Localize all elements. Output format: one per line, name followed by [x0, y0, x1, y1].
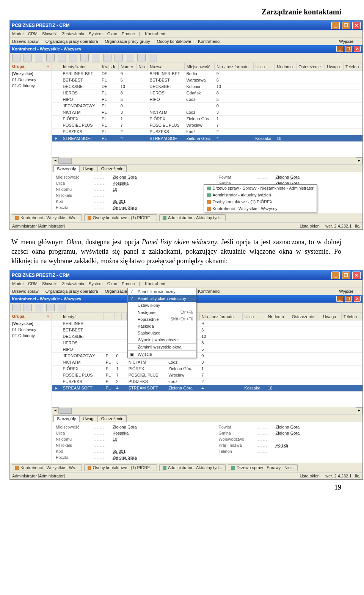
table-row[interactable]: HIPOPL5HIPOŁódź5 [52, 96, 362, 103]
menubar-item[interactable]: CRM [28, 281, 38, 286]
detail-tab[interactable]: Ostrzeżenie [98, 165, 127, 172]
table-row[interactable]: HEROSPL8HEROSGdańsk8 [52, 90, 362, 96]
menubar-item[interactable]: Zestawienia [62, 31, 84, 36]
toolbar-icon[interactable] [149, 54, 157, 61]
menu-item[interactable]: NastępneCtrl+F6 [128, 309, 196, 316]
child-close-button[interactable]: ✕ [354, 296, 361, 302]
toolbar-icon[interactable] [12, 304, 20, 311]
group-item[interactable]: [Wszystkie] [10, 71, 52, 77]
toolbar-link[interactable]: Kontrahenci [198, 39, 220, 44]
group-item[interactable]: 01-Dostawcy [10, 77, 52, 83]
column-header[interactable] [122, 313, 127, 320]
menubar-item[interactable]: Pomoc [122, 31, 135, 36]
menu-item[interactable]: ✓Panel ikon widoczny [128, 288, 196, 295]
minimize-button[interactable]: _ [331, 272, 340, 279]
popup-item[interactable]: Osoby kontaktowe - (1) PIÓREX [204, 198, 317, 205]
toolbar-link[interactable]: Organizacja pracy grupy [105, 39, 150, 44]
close-button[interactable]: ✕ [352, 272, 361, 279]
menubar-item[interactable]: Pomoc [122, 281, 135, 286]
table-row[interactable]: NICI ATMPL3NICI ATMŁódź3 [52, 109, 362, 116]
scroll-left-icon[interactable]: ◄ [52, 407, 59, 414]
column-header[interactable]: Ostrzeżenie [297, 63, 325, 71]
menu-item[interactable]: ✓Panel listy okien widoczny [128, 295, 196, 302]
taskbar-button[interactable]: Osoby kontaktowe - (1) PIÓRE... [84, 214, 157, 221]
column-header[interactable]: Identyfi [61, 313, 104, 320]
table-row[interactable]: DECK&BETCK&BETKolonia10 [52, 333, 362, 339]
status-window-list[interactable]: Lista okien [300, 474, 320, 478]
horizontal-scrollbar[interactable]: ◄ ► [52, 157, 362, 164]
scroll-thumb[interactable] [60, 408, 72, 414]
column-header[interactable]: Nip [136, 63, 148, 71]
toolbar-icon[interactable] [103, 54, 111, 61]
table-row[interactable]: NICI ATMPL3NICI ATMŁódź3 [52, 359, 362, 365]
column-header[interactable]: Telefon [341, 313, 362, 320]
column-header[interactable]: Nip - bez formatu [215, 63, 254, 71]
popup-item[interactable]: Kontrahenci - Wszystkie - Wszyscy [204, 205, 317, 212]
column-header[interactable]: Ulica [242, 313, 266, 320]
column-header[interactable]: Ostrzeżenie [290, 313, 321, 320]
menubar-item[interactable]: Słowniki [42, 31, 57, 36]
toolbar-icon[interactable] [12, 54, 20, 61]
table-row[interactable]: POŚCIEL PLUSPL7POŚCIEL PLUSWrocław7 [52, 122, 362, 129]
menubar-item[interactable]: Moduł [12, 281, 24, 286]
child-close-button[interactable]: ✕ [354, 46, 361, 52]
menu-item[interactable]: ▣Wyjście [128, 351, 196, 358]
menubar-item[interactable]: Kontrahent [145, 281, 165, 286]
toolbar-icon[interactable] [58, 304, 66, 311]
table-row[interactable]: BERLINERER-BETBerlin9 [52, 320, 362, 327]
table-row[interactable]: BET-BESTPL6BET-BESTWarszawa6 [52, 77, 362, 83]
column-header[interactable]: Nr domu [266, 313, 290, 320]
child-restore-button[interactable]: ❐ [345, 46, 352, 52]
detail-tab[interactable]: Uwagi [79, 165, 98, 172]
group-item[interactable]: 01-Dostawcy [10, 327, 52, 333]
table-row[interactable]: BET-BESTT-BESTWarszawa6 [52, 327, 362, 333]
menu-item[interactable]: Wypełnij wolny obszar [128, 336, 196, 344]
toolbar-icon[interactable] [35, 304, 43, 311]
popup-item[interactable]: Administrator - Aktualny tydzień [204, 192, 317, 198]
table-row[interactable]: PIÓREXPL1PIÓREXZielona Góra1 [52, 116, 362, 122]
toolbar-link[interactable]: Drzewo spraw [12, 289, 39, 294]
column-header[interactable]: Identyfikator [61, 63, 100, 71]
data-grid[interactable]: IdentyfiNazwaMiejscowośćNip - bez format… [52, 313, 362, 392]
menu-item[interactable]: Zamknij wszystkie okna [128, 344, 196, 351]
table-row[interactable]: JEDNORAZOWYPL00 [52, 352, 362, 359]
toolbar-link[interactable]: Organizacja pracy operatora [46, 289, 98, 294]
table-row[interactable]: JEDNORAZOWYPL00 [52, 103, 362, 109]
main-titlebar[interactable]: PCBIZNES PRESTIŻ - CRM _ ❐ ✕ [10, 20, 362, 30]
minimize-button[interactable]: _ [331, 22, 340, 29]
menubar-item[interactable]: System [89, 31, 103, 36]
table-row[interactable]: PIÓREXPL1PIÓREXZielona Góra1 [52, 365, 362, 372]
toolbar-link[interactable]: Organizacja pracy operatora [46, 39, 98, 44]
column-header[interactable]: Miejscowość [185, 63, 215, 71]
detail-tab[interactable]: Szczegóły [53, 165, 79, 172]
menubar-item[interactable]: Okno [107, 31, 117, 36]
column-header[interactable]: Uwaga [321, 313, 342, 320]
table-row[interactable]: ▸STREAM SOFTPL4STREAM SOFTZielona Góra4K… [52, 135, 362, 142]
column-header[interactable]: Nip - bez formatu [199, 313, 242, 320]
toolbar-icon[interactable] [24, 54, 32, 61]
toolbar-link[interactable]: Drzewo spraw [12, 39, 39, 44]
column-header[interactable]: Uwaga [325, 63, 344, 71]
exit-link[interactable]: Wyjście [339, 289, 353, 294]
table-row[interactable]: PUSZEKSPL2PUSZEKSŁódź2 [52, 378, 362, 385]
child-restore-button[interactable]: ❐ [345, 296, 352, 302]
toolbar-link[interactable]: Osoby kontaktowe [157, 39, 191, 44]
toolbar-icon[interactable] [115, 54, 123, 61]
menubar-item[interactable]: Kontrahent [145, 31, 165, 36]
scroll-right-icon[interactable]: ► [356, 157, 362, 164]
menubar-item[interactable]: Moduł [12, 31, 24, 36]
taskbar-button[interactable]: Kontrahenci - Wszystkie - Ws... [12, 214, 82, 221]
toolbar-icon[interactable] [46, 54, 55, 61]
menu-item[interactable]: PoprzednieShift+Ctrl+F6 [128, 316, 196, 323]
toolbar-icon[interactable] [92, 54, 100, 61]
restore-button[interactable]: ❐ [342, 22, 350, 29]
scroll-right-icon[interactable]: ► [356, 407, 362, 414]
table-row[interactable]: ▸STREAM SOFTPL4STREAM SOFTZielona Góra4K… [52, 385, 362, 391]
status-window-list[interactable]: Lista okien [300, 224, 320, 228]
menubar-item[interactable]: System [89, 281, 103, 286]
group-header[interactable]: Grupa ▾ [10, 313, 52, 320]
menu-item[interactable]: Kaskada [128, 323, 196, 330]
column-header[interactable]: Nazwa [148, 63, 185, 71]
toolbar-icon[interactable] [58, 54, 66, 61]
taskbar-button[interactable]: Kontrahenci - Wszystkie - Ws... [12, 464, 82, 471]
